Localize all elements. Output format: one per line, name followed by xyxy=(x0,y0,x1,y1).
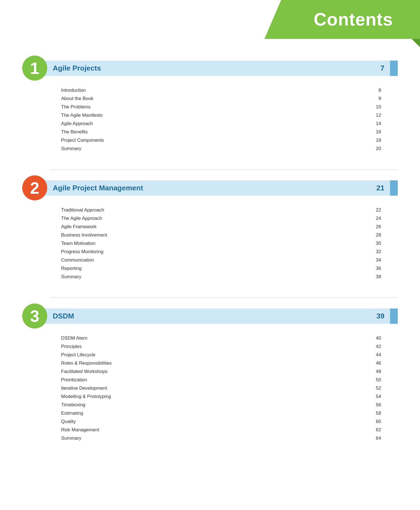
chapter-number-circle-3: 3 xyxy=(22,303,47,329)
chapter-title-bar-1: Agile Projects7 xyxy=(44,61,390,76)
toc-entry-page: 9 xyxy=(373,96,381,101)
separator-line xyxy=(50,298,398,298)
toc-entry-title: Business Involvement xyxy=(61,232,107,238)
toc-row: Summary38 xyxy=(61,273,381,281)
toc-entry-title: Project Lifecycle xyxy=(61,352,96,358)
separator-line xyxy=(50,170,398,170)
chapter-header-2: 2Agile Project Management21 xyxy=(22,175,398,200)
toc-entry-title: Summary xyxy=(61,146,81,151)
chapter-page-3: 39 xyxy=(376,312,384,320)
toc-entry-title: Iterative Development xyxy=(61,385,107,391)
toc-row: Business Involvement28 xyxy=(61,231,381,239)
chapter-title-2: Agile Project Management xyxy=(53,184,143,192)
toc-row: The Agile Manifesto12 xyxy=(61,111,381,120)
toc-entry-title: The Benefits xyxy=(61,129,88,135)
toc-entry-title: Introduction xyxy=(61,88,86,93)
chapter-number-circle-2: 2 xyxy=(22,175,47,200)
toc-row: Communication34 xyxy=(61,256,381,264)
chapters-list: 1Agile Projects7Introduction8About the B… xyxy=(22,56,398,442)
chapter-right-accent-1 xyxy=(390,61,398,76)
toc-row: The Agile Approach24 xyxy=(61,214,381,223)
toc-entry-page: 64 xyxy=(373,436,381,441)
chapter-block-1: 1Agile Projects7Introduction8About the B… xyxy=(22,56,398,153)
toc-entry-title: Reporting xyxy=(61,266,82,271)
toc-entry-page: 62 xyxy=(373,427,381,433)
chapter-page-2: 21 xyxy=(376,184,384,192)
toc-entry-title: Progress Monitoring xyxy=(61,249,103,255)
toc-entry-title: Facilitated Workshops xyxy=(61,369,108,374)
toc-entry-page: 58 xyxy=(373,411,381,416)
toc-row: Prioritization50 xyxy=(61,376,381,384)
toc-entry-page: 12 xyxy=(373,113,381,118)
toc-entry-title: Traditional Approach xyxy=(61,207,104,213)
toc-content: 1Agile Projects7Introduction8About the B… xyxy=(0,0,420,442)
toc-entry-page: 28 xyxy=(373,232,381,238)
chapter-right-accent-2 xyxy=(390,180,398,196)
toc-entry-page: 30 xyxy=(373,241,381,246)
toc-entry-title: Communication xyxy=(61,257,94,263)
toc-entry-title: Estimating xyxy=(61,411,83,416)
toc-entry-page: 8 xyxy=(373,88,381,93)
toc-entry-title: Risk Management xyxy=(61,427,99,433)
toc-row: Summary20 xyxy=(61,145,381,153)
toc-entry-page: 32 xyxy=(373,249,381,255)
toc-entry-page: 38 xyxy=(373,274,381,280)
chapter-header-3: 3DSDM39 xyxy=(22,303,398,329)
toc-entry-page: 46 xyxy=(373,360,381,366)
toc-row: Agile Approach14 xyxy=(61,120,381,128)
toc-row: About the Book9 xyxy=(61,94,381,103)
toc-entry-page: 44 xyxy=(373,352,381,358)
toc-entry-title: Prioritization xyxy=(61,377,87,383)
toc-row: Progress Monitoring32 xyxy=(61,248,381,256)
toc-entry-page: 60 xyxy=(373,419,381,424)
toc-row: Introduction8 xyxy=(61,86,381,94)
toc-entry-page: 26 xyxy=(373,224,381,230)
toc-entry-title: Team Motivation xyxy=(61,241,96,246)
toc-row: The Benefits16 xyxy=(61,128,381,136)
toc-row: Traditional Approach22 xyxy=(61,206,381,214)
chapter-title-bar-2: Agile Project Management21 xyxy=(44,180,390,196)
chapter-header-1: 1Agile Projects7 xyxy=(22,56,398,81)
toc-entry-page: 40 xyxy=(373,335,381,341)
toc-entry-page: 16 xyxy=(373,129,381,135)
toc-row: The Problems10 xyxy=(61,103,381,111)
toc-row: Facilitated Workshops48 xyxy=(61,367,381,376)
toc-entry-title: Agile Approach xyxy=(61,121,93,126)
toc-entry-title: DSDM Atern xyxy=(61,335,87,341)
toc-entry-title: The Problems xyxy=(61,104,91,110)
toc-row: Team Motivation30 xyxy=(61,239,381,248)
toc-row: DSDM Atern40 xyxy=(61,334,381,342)
toc-entry-page: 52 xyxy=(373,385,381,391)
chapter-right-accent-3 xyxy=(390,309,398,324)
chapter-block-3: 3DSDM39DSDM Atern40Principles42Project L… xyxy=(22,303,398,442)
toc-entries-1: Introduction8About the Book9The Problems… xyxy=(22,86,398,153)
toc-entry-title: Summary xyxy=(61,436,81,441)
toc-row: Agile Framework26 xyxy=(61,223,381,231)
toc-row: Reporting36 xyxy=(61,264,381,273)
toc-row: Project Components18 xyxy=(61,136,381,145)
chapter-page-1: 7 xyxy=(381,64,384,73)
toc-entry-title: Summary xyxy=(61,274,81,280)
chapter-number-circle-1: 1 xyxy=(22,56,47,81)
toc-row: Quality60 xyxy=(61,417,381,426)
toc-entry-page: 42 xyxy=(373,344,381,349)
toc-entry-page: 34 xyxy=(373,257,381,263)
toc-row: Project Lifecycle44 xyxy=(61,351,381,359)
toc-entry-page: 56 xyxy=(373,402,381,408)
chapter-title-bar-3: DSDM39 xyxy=(44,309,390,324)
toc-entries-2: Traditional Approach22The Agile Approach… xyxy=(22,206,398,281)
toc-row: Timeboxing56 xyxy=(61,401,381,409)
toc-row: Modelling & Prototyping54 xyxy=(61,392,381,401)
chapter-title-1: Agile Projects xyxy=(53,64,101,73)
toc-entry-page: 22 xyxy=(373,207,381,213)
toc-entry-title: Timeboxing xyxy=(61,402,85,408)
toc-entry-title: Quality xyxy=(61,419,76,424)
toc-row: Principles42 xyxy=(61,342,381,351)
toc-entry-page: 54 xyxy=(373,394,381,399)
toc-entry-page: 50 xyxy=(373,377,381,383)
toc-entry-title: The Agile Manifesto xyxy=(61,113,102,118)
toc-entry-title: Project Components xyxy=(61,138,104,143)
toc-row: Roles & Responsibilities46 xyxy=(61,359,381,367)
toc-row: Summary64 xyxy=(61,434,381,442)
toc-entry-page: 24 xyxy=(373,216,381,221)
